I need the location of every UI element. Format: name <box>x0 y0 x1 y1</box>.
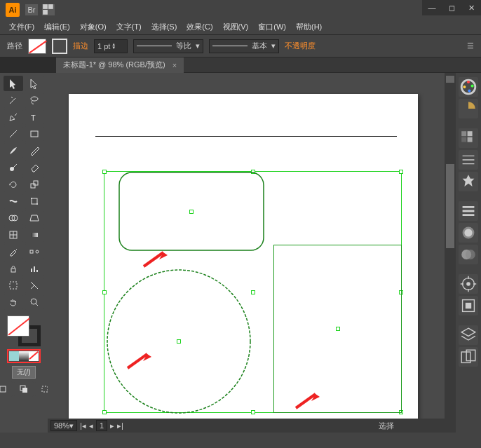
artboards-panel-icon[interactable] <box>459 347 478 367</box>
selection-tool[interactable] <box>4 76 23 91</box>
brushes-panel-icon[interactable] <box>459 150 478 170</box>
svg-line-5 <box>10 130 17 137</box>
magic-wand-tool[interactable] <box>4 93 23 108</box>
transparency-panel-icon[interactable] <box>459 245 478 264</box>
draw-normal-mode[interactable] <box>0 381 13 397</box>
brush-dropdown[interactable]: 基本▾ <box>209 39 279 53</box>
artboard-number-input[interactable]: 1 <box>96 420 107 431</box>
maximize-button[interactable]: ◻ <box>442 0 461 15</box>
layers-panel-icon[interactable] <box>459 325 478 345</box>
hand-tool[interactable] <box>4 294 23 310</box>
svg-point-33 <box>471 85 474 88</box>
svg-rect-0 <box>43 4 48 9</box>
color-guide-panel-icon[interactable] <box>459 99 478 118</box>
menu-select[interactable]: 选择(S) <box>147 22 182 32</box>
fill-color-swatch[interactable] <box>28 39 46 54</box>
menu-edit[interactable]: 编辑(E) <box>39 22 75 32</box>
line-tool[interactable] <box>4 126 23 142</box>
stroke-label[interactable]: 描边 <box>73 41 88 51</box>
stroke-weight-input[interactable]: 1 pt▲▼ <box>94 39 128 53</box>
symbol-sprayer-tool[interactable] <box>4 261 23 276</box>
svg-point-35 <box>463 86 466 88</box>
svg-rect-22 <box>36 270 38 272</box>
zoom-input[interactable]: 98% ▾ <box>50 420 77 431</box>
svg-rect-10 <box>32 198 37 204</box>
gradient-tool[interactable] <box>25 227 44 243</box>
stroke-profile-dropdown[interactable]: 等比▾ <box>133 39 203 53</box>
column-graph-tool[interactable] <box>25 261 44 276</box>
appearance-panel-icon[interactable] <box>459 274 478 294</box>
color-mode-none[interactable] <box>29 351 39 361</box>
stroke-panel-icon[interactable] <box>459 201 478 221</box>
menu-object[interactable]: 对象(O) <box>75 22 111 32</box>
graphic-styles-panel-icon[interactable] <box>459 296 478 315</box>
opacity-label[interactable]: 不透明度 <box>285 41 316 51</box>
object-type-label: 路径 <box>7 41 22 51</box>
direct-selection-tool[interactable] <box>25 76 44 91</box>
eraser-tool[interactable] <box>25 160 44 175</box>
canvas-area[interactable]: 98% ▾ |◂ ◂ 1 ▸ ▸| 选择 <box>48 73 456 433</box>
vertical-scrollbar[interactable] <box>445 73 456 419</box>
mesh-tool[interactable] <box>4 227 23 243</box>
panel-menu-icon[interactable]: ☰ <box>467 41 474 50</box>
next-icon[interactable]: ▸ <box>110 421 114 430</box>
type-tool[interactable]: T <box>25 109 44 125</box>
color-mode-color[interactable] <box>9 351 19 361</box>
svg-rect-6 <box>31 131 38 137</box>
color-panel-icon[interactable] <box>459 77 478 97</box>
minimize-button[interactable]: — <box>422 0 442 15</box>
zoom-tool[interactable] <box>25 294 44 310</box>
blend-tool[interactable] <box>25 244 44 259</box>
document-tab[interactable]: 未标题-1* @ 98% (RGB/预览)× <box>56 57 184 73</box>
menu-file[interactable]: 文件(F) <box>4 22 39 32</box>
blob-brush-tool[interactable] <box>4 160 23 175</box>
color-mode-gradient[interactable] <box>19 351 29 361</box>
slice-tool[interactable] <box>25 278 44 293</box>
rotate-tool[interactable] <box>4 177 23 192</box>
rectangle-shape[interactable] <box>273 245 402 413</box>
arrange-docs-icon[interactable] <box>42 4 55 15</box>
svg-point-18 <box>36 250 39 253</box>
fill-indicator[interactable] <box>7 315 29 337</box>
pencil-tool[interactable] <box>25 143 44 158</box>
close-tab-icon[interactable]: × <box>172 61 177 69</box>
width-tool[interactable] <box>4 194 23 209</box>
rectangle-tool[interactable] <box>25 126 44 142</box>
perspective-grid-tool[interactable] <box>25 210 44 226</box>
tab-dock-handle[interactable] <box>0 57 56 73</box>
menu-help[interactable]: 帮助(H) <box>291 22 327 32</box>
menu-effect[interactable]: 效果(C) <box>182 22 217 32</box>
svg-rect-17 <box>30 250 33 253</box>
statusbar: 98% ▾ |◂ ◂ 1 ▸ ▸| 选择 <box>48 419 456 433</box>
close-button[interactable]: ✕ <box>461 0 481 15</box>
artboard[interactable] <box>69 94 418 421</box>
lasso-tool[interactable] <box>25 93 44 108</box>
next-artboard-icon[interactable]: ▸| <box>117 421 123 430</box>
menu-window[interactable]: 窗口(W) <box>253 22 291 32</box>
draw-behind-mode[interactable] <box>14 381 34 397</box>
svg-rect-47 <box>466 303 471 308</box>
svg-rect-36 <box>461 131 466 136</box>
menu-view[interactable]: 视图(V) <box>218 22 254 32</box>
shape-builder-tool[interactable] <box>4 210 23 226</box>
swatches-panel-icon[interactable] <box>459 128 478 148</box>
eyedropper-tool[interactable] <box>4 244 23 259</box>
prev-artboard-icon[interactable]: |◂ <box>80 421 86 430</box>
svg-rect-38 <box>461 137 466 142</box>
fill-stroke-indicator[interactable] <box>6 314 42 348</box>
svg-point-24 <box>31 299 36 304</box>
menu-type[interactable]: 文字(T) <box>111 22 147 32</box>
pen-tool[interactable] <box>4 109 23 125</box>
artboard-tool[interactable] <box>4 278 23 293</box>
stroke-color-swatch[interactable] <box>52 39 67 54</box>
symbols-panel-icon[interactable] <box>459 172 478 191</box>
prev-icon[interactable]: ◂ <box>89 421 93 430</box>
line-shape[interactable] <box>95 136 397 137</box>
svg-rect-8 <box>31 184 35 188</box>
paintbrush-tool[interactable] <box>4 143 23 158</box>
gradient-panel-icon[interactable] <box>459 223 478 243</box>
svg-point-45 <box>466 282 470 286</box>
scale-tool[interactable] <box>25 177 44 192</box>
bridge-icon[interactable]: Br <box>25 4 38 15</box>
free-transform-tool[interactable] <box>25 194 44 209</box>
